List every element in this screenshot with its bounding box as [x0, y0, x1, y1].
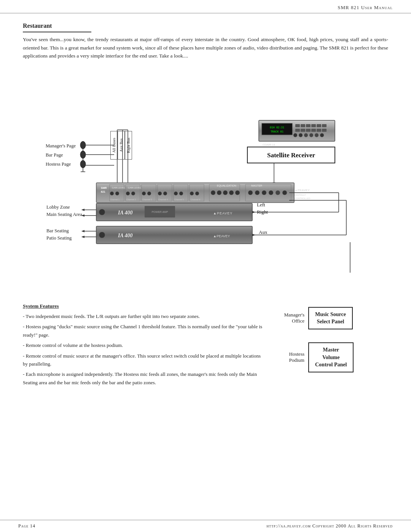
svg-text:SMR: SMR [101, 187, 107, 189]
svg-text:▲PEAVEY: ▲PEAVEY [295, 189, 310, 192]
page-header: SMR 821 User Manual [0, 0, 411, 13]
svg-text:▲PEAVEY: ▲PEAVEY [213, 211, 233, 215]
svg-rect-59 [142, 184, 156, 201]
svg-point-68 [174, 192, 178, 195]
features-heading: System Features [23, 303, 263, 309]
svg-point-89 [282, 190, 287, 195]
svg-rect-83 [245, 184, 291, 201]
svg-text:IA 400: IA 400 [118, 210, 133, 216]
svg-rect-46 [96, 183, 294, 203]
svg-text:POWER AMP: POWER AMP [151, 211, 168, 213]
header-title: SMR 821 User Manual [338, 5, 393, 11]
svg-point-69 [179, 192, 183, 195]
svg-point-51 [110, 192, 114, 195]
page-number: Page 14 [18, 523, 35, 529]
svg-rect-25 [301, 124, 305, 127]
diagram-area: 01H 02:31 TRACK 01 CD/MR 14 [23, 71, 388, 292]
svg-rect-27 [311, 124, 316, 127]
svg-text:Aux: Aux [259, 229, 268, 235]
svg-text:Channel 6: Channel 6 [191, 198, 200, 201]
right-bus-label: Right Bus [125, 131, 132, 160]
svg-rect-71 [190, 184, 204, 201]
svg-point-77 [211, 190, 215, 195]
svg-point-36 [293, 133, 297, 137]
svg-point-79 [223, 190, 228, 195]
bar-page-label: Bar Page [46, 152, 63, 158]
svg-point-81 [235, 190, 240, 195]
svg-text:Channel 2: Channel 2 [126, 198, 136, 201]
svg-point-6 [80, 160, 86, 168]
svg-point-103 [99, 232, 105, 238]
svg-point-85 [255, 190, 260, 195]
svg-marker-111 [252, 234, 255, 236]
svg-point-37 [299, 133, 303, 137]
lobby-zone-label: Lobby Zone [46, 204, 70, 210]
svg-point-84 [248, 190, 253, 195]
svg-text:IA 400: IA 400 [118, 233, 133, 238]
svg-rect-30 [295, 129, 300, 132]
svg-rect-67 [174, 184, 188, 201]
svg-point-88 [276, 190, 280, 195]
svg-rect-54 [126, 184, 140, 201]
svg-point-65 [163, 192, 167, 195]
music-source-row: Manager'sOffice Music Source Select Pane… [274, 307, 388, 329]
svg-text:Channel 1: Channel 1 [110, 198, 119, 201]
svg-rect-35 [322, 129, 327, 132]
svg-text:MASTER: MASTER [251, 184, 262, 187]
svg-point-64 [158, 192, 162, 195]
main-seating-label: Main Seating Area [46, 212, 82, 217]
svg-text:GAIN LEVEL: GAIN LEVEL [112, 187, 126, 189]
intro-text: You've seen them...you know, the trendy … [23, 35, 388, 60]
svg-point-80 [229, 190, 234, 195]
svg-marker-122 [81, 236, 84, 238]
panels-area: Manager'sOffice Music Source Select Pane… [270, 303, 388, 389]
svg-text:TRACK  01: TRACK 01 [271, 130, 284, 133]
svg-text:Right: Right [257, 209, 268, 215]
svg-text:Left: Left [257, 202, 265, 208]
svg-text:EQUALIZATION: EQUALIZATION [217, 184, 236, 187]
svg-text:CONTROLLED: CONTROLLED [295, 197, 311, 200]
svg-point-38 [304, 133, 308, 137]
svg-text:821: 821 [101, 190, 105, 193]
svg-text:DIGITALLY: DIGITALLY [295, 194, 306, 196]
bar-seating-label: Bar Seating [46, 228, 69, 234]
svg-marker-116 [81, 209, 84, 211]
music-source-panel: Music Source Select Panel [308, 307, 353, 329]
hostess-page-label: Hostess Page [46, 161, 71, 167]
svg-rect-28 [317, 124, 321, 127]
lower-section: System Features - Two independent music … [23, 303, 388, 389]
svg-rect-34 [317, 129, 321, 132]
section-heading: Restaurant [23, 22, 91, 32]
page-footer: Page 14 http://aa.peavey.com Copyright 2… [0, 520, 411, 532]
svg-text:Channel 4: Channel 4 [158, 198, 168, 201]
svg-point-73 [195, 192, 199, 195]
svg-rect-98 [145, 206, 175, 217]
svg-point-41 [320, 133, 324, 137]
svg-point-3 [80, 151, 86, 158]
feature-item-4: - Remote control of music source at the … [23, 352, 263, 368]
feature-item-3: - Remote control of volume at the hostes… [23, 341, 263, 349]
svg-rect-26 [306, 124, 311, 127]
footer-copyright: http://aa.peavey.com Copyright 2000 All … [267, 523, 393, 529]
feature-item-2: - Hostess paging "ducks" music source us… [23, 323, 263, 339]
svg-rect-29 [322, 124, 327, 127]
svg-point-97 [99, 209, 105, 215]
hostess-podium-label: HostessPodium [274, 351, 304, 363]
features-section: System Features - Two independent music … [23, 303, 270, 389]
svg-rect-19 [259, 120, 335, 141]
features-text: - Two independent music feeds. The L/R o… [23, 312, 263, 387]
svg-text:01H  02:31: 01H 02:31 [270, 126, 284, 129]
svg-text:CD/MR 14: CD/MR 14 [263, 144, 275, 146]
svg-point-61 [147, 192, 151, 195]
svg-text:Channel 5: Channel 5 [174, 198, 184, 201]
svg-rect-32 [306, 129, 311, 132]
svg-point-39 [309, 133, 313, 137]
patio-seating-label: Patio Seating [46, 235, 72, 241]
svg-rect-63 [158, 184, 172, 201]
svg-point-86 [262, 190, 266, 195]
svg-text:GAIN LEVEL: GAIN LEVEL [128, 187, 142, 189]
svg-rect-31 [301, 129, 305, 132]
svg-point-40 [315, 133, 319, 137]
svg-rect-100 [96, 226, 252, 244]
svg-point-78 [217, 190, 221, 195]
